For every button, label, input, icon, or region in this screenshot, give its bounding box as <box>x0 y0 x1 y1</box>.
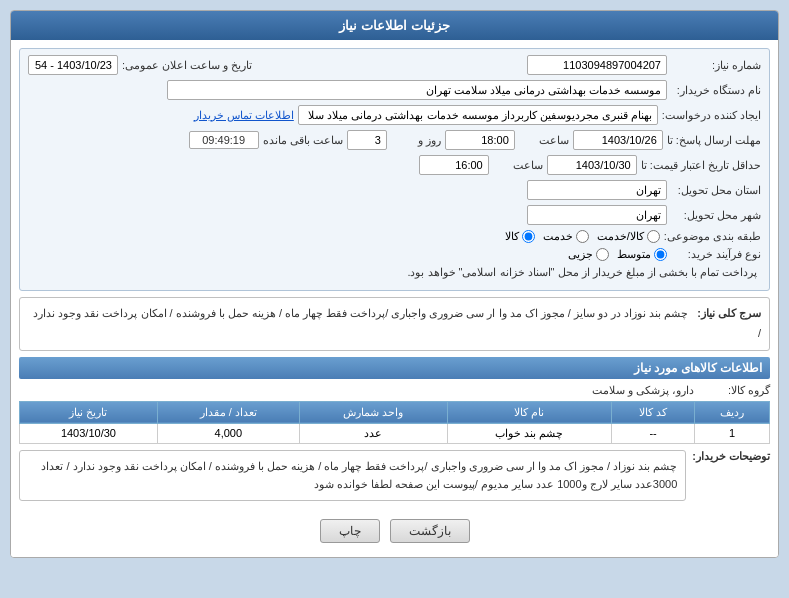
col-radif: ردیف <box>695 401 770 423</box>
row-pardakht: پرداخت تمام با بخشی از مبلغ خریدار از مح… <box>28 266 761 279</box>
sarj-text: چشم بند نوزاد در دو سایز / مجوز اک مد وا… <box>33 307 761 339</box>
col-vahed: واحد شمارش <box>299 401 447 423</box>
radio-kalaKhadamat[interactable]: کالا/خدمت <box>597 230 660 243</box>
row-shomare: شماره نیاز: تاریخ و ساعت اعلان عمومی: <box>28 55 761 75</box>
main-container: جزئیات اطلاعات نیاز شماره نیاز: تاریخ و … <box>10 10 779 558</box>
mohlat-date-input[interactable] <box>573 130 663 150</box>
chap-button[interactable]: چاپ <box>320 519 380 543</box>
pardakht-text: پرداخت تمام با بخشی از مبلغ خریدار از مح… <box>407 266 757 279</box>
baqi-label: ساعت باقی مانده <box>263 134 343 147</box>
col-namkala: نام کالا <box>447 401 611 423</box>
row-ostan: استان محل تحویل: <box>28 180 761 200</box>
shahr-label: شهر محل تحویل: <box>671 209 761 222</box>
namdastgah-input[interactable] <box>167 80 667 100</box>
kala-info-section: اطلاعات کالاهای مورد نیاز گروه کالا: دار… <box>19 357 770 444</box>
baqi-counter: 09:49:19 <box>189 131 259 149</box>
radio-kalaKhadamat-label: کالا/خدمت <box>597 230 644 243</box>
sarj-label: سرج کلی نیاز: <box>697 307 761 319</box>
form-section: شماره نیاز: تاریخ و ساعت اعلان عمومی: نا… <box>19 48 770 291</box>
hadaqal-date-input[interactable] <box>547 155 637 175</box>
radio-khadamat-label: خدمت <box>543 230 573 243</box>
page-title: جزئیات اطلاعات نیاز <box>339 18 449 33</box>
tabaqe-label: طبقه بندی موضوعی: <box>664 230 761 243</box>
radio-jozi-input[interactable] <box>596 248 609 261</box>
radio-khadamat-input[interactable] <box>576 230 589 243</box>
radio-motavasset[interactable]: متوسط <box>617 248 667 261</box>
mohlat-roz-label: روز و <box>391 134 441 147</box>
ijad-label: ایجاد کننده درخواست: <box>662 109 761 122</box>
row-hadaqal: حداقل تاریخ اعتبار قیمت: تا ساعت <box>28 155 761 175</box>
bazgasht-button[interactable]: بازگشت <box>390 519 470 543</box>
col-kod: کد کالا <box>611 401 694 423</box>
noefar-radio-group: متوسط جزیی <box>568 248 667 261</box>
page-header: جزئیات اطلاعات نیاز <box>11 11 778 40</box>
col-tedad: تعداد / مقدار <box>157 401 299 423</box>
shomare-niaz-input[interactable] <box>527 55 667 75</box>
hadaqal-label: حداقل تاریخ اعتبار قیمت: تا <box>641 159 761 172</box>
content-area: شماره نیاز: تاریخ و ساعت اعلان عمومی: نا… <box>11 40 778 557</box>
radio-jozi-label: جزیی <box>568 248 593 261</box>
radio-motavasset-input[interactable] <box>654 248 667 261</box>
radio-kalaKhadamat-input[interactable] <box>647 230 660 243</box>
tozihat-row: توضیحات خریدار: چشم بند نوزاد / مجوز اک … <box>19 450 770 507</box>
namdastgah-label: نام دستگاه خریدار: <box>671 84 761 97</box>
mohlat-saat-input[interactable] <box>445 130 515 150</box>
tozihat-box: چشم بند نوزاد / مجوز اک مد وا ار سی ضرور… <box>19 450 686 501</box>
row-tabaqe: طبقه بندی موضوعی: کالا/خدمت خدمت کالا <box>28 230 761 243</box>
radio-kala[interactable]: کالا <box>505 230 535 243</box>
mohlat-saat-label: ساعت <box>519 134 569 147</box>
sarj-box: سرج کلی نیاز: چشم بند نوزاد در دو سایز /… <box>19 297 770 351</box>
shomare-niaz-label: شماره نیاز: <box>671 59 761 72</box>
button-row: بازگشت چاپ <box>19 513 770 549</box>
tozihat-label: توضیحات خریدار: <box>692 450 770 463</box>
radio-motavasset-label: متوسط <box>617 248 651 261</box>
tarikh-label: تاریخ و ساعت اعلان عمومی: <box>122 59 252 72</box>
hadaqal-saat-input[interactable] <box>419 155 489 175</box>
row-mohlat: مهلت ارسال پاسخ: تا ساعت روز و ساعت باقی… <box>28 130 761 150</box>
tarikh-input[interactable] <box>28 55 118 75</box>
group-row: گروه کالا: دارو، پزشکی و سلامت <box>19 384 770 397</box>
ostan-input[interactable] <box>527 180 667 200</box>
row-noefar: نوع فرآیند خرید: متوسط جزیی <box>28 248 761 261</box>
ostan-label: استان محل تحویل: <box>671 184 761 197</box>
group-label: گروه کالا: <box>700 384 770 397</box>
hadaqal-saat-label: ساعت <box>493 159 543 172</box>
ijad-input[interactable] <box>298 105 658 125</box>
kala-table: ردیف کد کالا نام کالا واحد شمارش تعداد /… <box>19 401 770 444</box>
radio-kala-label: کالا <box>505 230 519 243</box>
radio-kala-input[interactable] <box>522 230 535 243</box>
group-value: دارو، پزشکی و سلامت <box>592 384 694 397</box>
row-shahr: شهر محل تحویل: <box>28 205 761 225</box>
kala-info-title: اطلاعات کالاهای مورد نیاز <box>19 357 770 379</box>
noefar-label: نوع فرآیند خرید: <box>671 248 761 261</box>
row-namdastgah: نام دستگاه خریدار: <box>28 80 761 100</box>
table-row: 1--چشم بند خوابعدد4,0001403/10/30 <box>20 423 770 443</box>
row-ijad: ایجاد کننده درخواست: اطلاعات تماس خریدار <box>28 105 761 125</box>
col-tarikh: تاریخ نیاز <box>20 401 158 423</box>
tabaqe-radio-group: کالا/خدمت خدمت کالا <box>505 230 660 243</box>
mohlat-roz-input[interactable] <box>347 130 387 150</box>
radio-jozi[interactable]: جزیی <box>568 248 609 261</box>
shahr-input[interactable] <box>527 205 667 225</box>
mohlat-label: مهلت ارسال پاسخ: تا <box>667 134 761 147</box>
ettelaat-link[interactable]: اطلاعات تماس خریدار <box>194 109 294 122</box>
radio-khadamat[interactable]: خدمت <box>543 230 589 243</box>
